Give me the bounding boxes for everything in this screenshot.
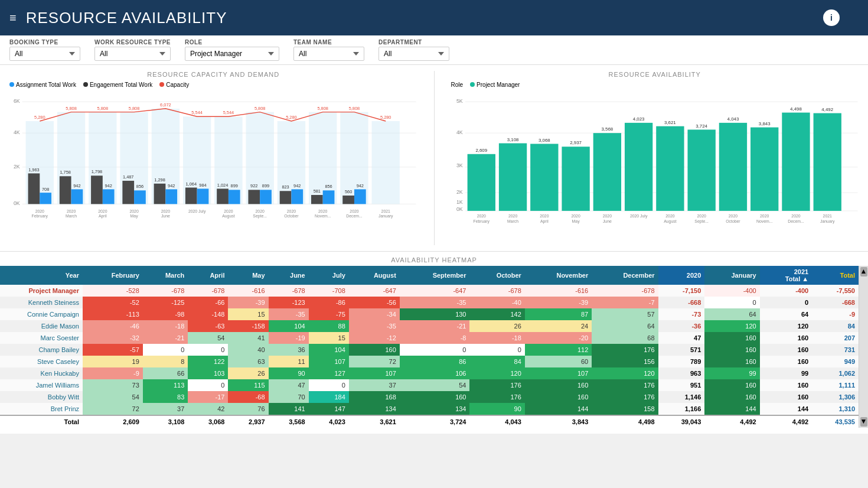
filter-role-select[interactable]: Project Manager (185, 47, 279, 61)
data-cell: 84 (469, 356, 524, 367)
svg-text:5,808: 5,808 (66, 106, 76, 111)
data-cell: -57 (83, 344, 143, 356)
data-cell: 15 (309, 332, 349, 344)
data-cell: 104 (309, 344, 349, 356)
svg-text:4K: 4K (456, 129, 462, 135)
data-cell: -616 (228, 285, 268, 297)
svg-text:2020: 2020 (791, 214, 801, 219)
data-cell: 2,609 (83, 415, 143, 428)
svg-rect-153 (813, 113, 841, 211)
legend-dot-assignment (9, 82, 14, 87)
scroll-down[interactable]: ▼ (860, 417, 867, 427)
svg-text:4,498: 4,498 (790, 106, 802, 112)
svg-rect-90 (354, 189, 366, 204)
svg-text:1,064: 1,064 (186, 181, 197, 187)
svg-rect-58 (229, 190, 240, 204)
svg-text:2,609: 2,609 (475, 148, 487, 153)
svg-text:5,280: 5,280 (34, 115, 45, 120)
svg-text:August: August (222, 214, 235, 219)
grand-total-cell: 731 (812, 344, 859, 356)
svg-text:2K: 2K (14, 164, 20, 170)
svg-text:2020: 2020 (665, 214, 675, 219)
svg-text:2020: 2020 (67, 209, 76, 213)
svg-text:June: June (161, 214, 170, 219)
row-name-cell: Bret Prinz (0, 403, 83, 415)
svg-text:856: 856 (325, 184, 332, 190)
2020-total-cell: 789 (658, 356, 705, 367)
data-cell: -40 (469, 297, 524, 308)
data-cell: -21 (400, 320, 470, 332)
svg-text:942: 942 (73, 183, 80, 188)
svg-text:823: 823 (282, 185, 289, 190)
svg-rect-126 (593, 133, 621, 211)
svg-text:4,492: 4,492 (821, 107, 833, 112)
svg-rect-41 (154, 184, 166, 204)
data-cell: 90 (269, 367, 309, 379)
data-cell: -7 (592, 297, 658, 308)
data-cell: 122 (188, 356, 228, 367)
availability-legend: Role Project Manager (451, 82, 859, 88)
data-cell: 68 (592, 332, 658, 344)
row-name-cell: Total (0, 415, 83, 428)
legend-label-assignment: Assignment Total Work (16, 82, 76, 88)
svg-text:5,808: 5,808 (129, 106, 139, 111)
data-cell: -17 (188, 391, 228, 403)
data-cell: 54 (188, 332, 228, 344)
svg-text:3,621: 3,621 (664, 120, 676, 125)
scroll-up[interactable]: ▲ (860, 267, 867, 276)
table-row: Total2,6093,1083,0682,9373,5684,0233,621… (0, 415, 859, 428)
data-cell: 15 (228, 308, 268, 320)
svg-rect-66 (260, 190, 272, 204)
svg-text:942: 942 (168, 183, 175, 188)
jan-2021-cell: 160 (704, 391, 759, 403)
2020-total-cell: -7,150 (658, 285, 705, 297)
table-row: Marc Soester-32-215441-1915-12-8-18-2068… (0, 332, 859, 344)
data-cell: -66 (188, 297, 228, 308)
data-cell: -75 (309, 308, 349, 320)
data-cell: -19 (269, 332, 309, 344)
data-cell: 0 (469, 344, 524, 356)
data-cell: -158 (228, 320, 268, 332)
2021-total-cell: 160 (760, 379, 812, 391)
svg-text:3,568: 3,568 (601, 126, 613, 132)
svg-rect-9 (28, 173, 40, 204)
legend-label-pm: Project Manager (477, 82, 520, 88)
th-aug: August (349, 266, 400, 285)
svg-text:4K: 4K (14, 129, 20, 135)
availability-chart-section: RESOURCE AVAILABILITY Role Project Manag… (451, 71, 859, 245)
svg-text:2020: 2020 (728, 214, 738, 219)
menu-icon[interactable]: ≡ (9, 11, 17, 25)
svg-text:2020 July: 2020 July (629, 214, 647, 219)
svg-rect-118 (530, 144, 558, 210)
th-nov: November (525, 266, 592, 285)
filter-department-select[interactable]: All (378, 47, 449, 61)
data-cell: 0 (143, 344, 188, 356)
data-cell: 141 (269, 403, 309, 415)
data-cell: -86 (309, 297, 349, 308)
data-cell: -708 (309, 285, 349, 297)
svg-text:February: February (473, 219, 490, 224)
data-cell: 42 (188, 403, 228, 415)
data-cell: 156 (592, 356, 658, 367)
info-button[interactable]: i (823, 9, 840, 26)
2020-total-cell: 39,043 (658, 415, 705, 428)
filter-booking-type-select[interactable]: All (9, 47, 80, 61)
data-cell: 106 (400, 367, 470, 379)
svg-text:1,963: 1,963 (28, 167, 39, 173)
data-cell: 76 (228, 403, 268, 415)
data-cell: 3,068 (188, 415, 228, 428)
data-cell: 0 (188, 344, 228, 356)
data-cell: 160 (525, 391, 592, 403)
svg-text:899: 899 (231, 184, 238, 189)
svg-text:2020: 2020 (697, 214, 706, 219)
data-cell: 19 (83, 356, 143, 367)
filter-work-resource-type-select[interactable]: All (94, 47, 171, 61)
scrollbar[interactable]: ▲ ▼ (859, 266, 868, 428)
svg-text:2020: 2020 (477, 214, 486, 219)
svg-text:June: June (602, 219, 611, 223)
filter-role-label: ROLE (185, 39, 279, 45)
svg-text:3,724: 3,724 (696, 123, 707, 129)
filter-team-name-select[interactable]: All (293, 47, 364, 61)
row-name-cell: Connie Campaign (0, 308, 83, 320)
svg-text:2020: 2020 (161, 209, 171, 213)
